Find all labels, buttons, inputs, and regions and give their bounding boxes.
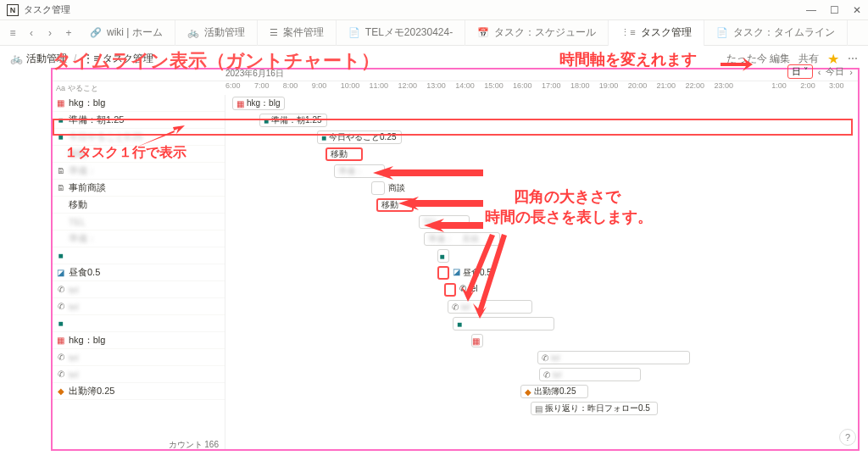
nav-forward[interactable]: › bbox=[41, 24, 59, 42]
gantt-bar[interactable]: ✆tel bbox=[537, 351, 690, 364]
gantt-bar[interactable]: ▦hkg：blg bbox=[232, 97, 285, 110]
task-row[interactable]: 🗎準備： bbox=[51, 163, 225, 180]
hour-tick: 6:00 bbox=[225, 81, 254, 95]
timeline-view: 2023年6月16日 Aa やること 6:007:008:009:0010:00… bbox=[51, 68, 858, 451]
hour-tick: 2:00 bbox=[800, 81, 829, 95]
window-close[interactable]: ✕ bbox=[853, 4, 861, 16]
tab-icon: 📅 bbox=[477, 27, 489, 38]
tab-label: wiki | ホーム bbox=[107, 25, 163, 40]
task-icon: ▦ bbox=[56, 336, 65, 345]
task-icon bbox=[56, 149, 65, 158]
gantt-bar[interactable]: 準備： bbox=[334, 164, 385, 178]
gantt-bar[interactable]: ■ bbox=[437, 249, 449, 263]
task-row[interactable]: 移動 bbox=[51, 146, 225, 163]
share-button[interactable]: 共有 bbox=[798, 52, 819, 66]
hour-tick: 11:00 bbox=[370, 81, 398, 95]
task-row[interactable]: ■今日やること0.25 bbox=[51, 129, 225, 146]
task-label: 事前商談 bbox=[69, 181, 106, 194]
tab-2[interactable]: ☰案件管理 bbox=[258, 20, 337, 46]
tab-icon: 📄 bbox=[348, 27, 360, 38]
axis-unit-select[interactable]: 日 ˅ bbox=[787, 64, 813, 79]
gantt-bar[interactable]: TEL bbox=[419, 215, 470, 229]
gantt-bar[interactable]: ■準備：朝1.25 bbox=[259, 114, 327, 127]
window-minimize[interactable]: — bbox=[806, 4, 816, 16]
gantt-bar[interactable]: ■今日やること0.25 bbox=[317, 131, 402, 144]
task-list: ▦hkg：blg■準備：朝1.25■今日やること0.25移動🗎準備：🗎事前商談移… bbox=[51, 95, 225, 451]
gantt-bar[interactable]: ▤振り返り：昨日フォロー0.5 bbox=[531, 402, 658, 415]
gantt-bar[interactable]: ✆tel bbox=[539, 368, 641, 381]
gantt-bar[interactable] bbox=[437, 266, 449, 280]
gantt-bar[interactable] bbox=[444, 283, 456, 297]
gantt-bar[interactable] bbox=[371, 181, 385, 195]
axis-prev[interactable]: ‹ bbox=[818, 67, 821, 77]
axis-today[interactable]: 今日 bbox=[826, 65, 844, 78]
bar-trailing-label: 商談 bbox=[388, 182, 405, 194]
task-label: TEL bbox=[69, 217, 86, 227]
bar-label: tel bbox=[553, 370, 562, 380]
bike-icon: 🚲 bbox=[10, 53, 23, 64]
tab-icon: ☰ bbox=[270, 27, 278, 38]
gantt-bar[interactable]: ◆出勤簿0.25 bbox=[520, 385, 588, 398]
help-button[interactable]: ? bbox=[839, 429, 856, 446]
more-button[interactable]: ⋯ bbox=[848, 53, 858, 64]
gantt-bar[interactable]: 移動 bbox=[326, 147, 363, 161]
bar-icon: ■ bbox=[457, 319, 462, 329]
tab-label: タスク：タイムライン bbox=[733, 25, 835, 40]
task-row[interactable]: TEL bbox=[51, 214, 225, 230]
task-row[interactable]: 準備： bbox=[51, 230, 225, 247]
gantt-bar[interactable]: ■ bbox=[453, 317, 554, 330]
gantt-bar[interactable]: 移動 bbox=[376, 198, 414, 212]
bar-label: 振り返り：昨日フォロー0.5 bbox=[545, 403, 650, 414]
task-row[interactable]: ■ bbox=[51, 247, 225, 264]
bar-icon: ✆ bbox=[452, 303, 459, 312]
hour-tick: 23:00 bbox=[714, 81, 743, 95]
nav-new-tab[interactable]: + bbox=[59, 24, 78, 42]
gantt-bar[interactable]: 準備： 見積 bbox=[424, 232, 500, 246]
task-label: 準備： bbox=[69, 232, 97, 245]
task-row[interactable]: ◪昼食0.5 bbox=[51, 264, 225, 281]
task-row[interactable]: ■ bbox=[51, 315, 225, 332]
task-row[interactable]: ✆tel bbox=[51, 366, 225, 383]
task-label: 移動 bbox=[69, 198, 87, 211]
task-row[interactable]: ■準備：朝1.25 bbox=[51, 112, 225, 129]
bar-icon: ▦ bbox=[236, 99, 244, 108]
bar-trailing-label: ✆tel bbox=[459, 284, 478, 293]
window-maximize[interactable]: ☐ bbox=[830, 4, 839, 16]
gantt-bar[interactable]: ✆tel bbox=[448, 300, 532, 314]
task-row[interactable]: ✆tel bbox=[51, 281, 225, 298]
hour-tick: 9:00 bbox=[312, 81, 341, 95]
task-row[interactable]: 🗎事前商談 bbox=[51, 180, 225, 197]
app-icon: N bbox=[7, 4, 19, 16]
hour-tick: 20:00 bbox=[628, 81, 657, 95]
task-icon: ■ bbox=[56, 132, 65, 142]
tab-0[interactable]: 🔗wiki | ホーム bbox=[78, 20, 175, 46]
sidebar-toggle[interactable]: ≡ bbox=[3, 24, 22, 42]
task-row[interactable]: 移動 bbox=[51, 197, 225, 214]
bar-label: 準備： bbox=[338, 165, 364, 177]
hour-tick bbox=[743, 81, 771, 95]
tab-5[interactable]: ⋮≡タスク管理 bbox=[609, 20, 704, 46]
gantt-area: ▦hkg：blg■準備：朝1.25■今日やること0.25移動準備：商談移動TEL… bbox=[225, 95, 858, 451]
task-row[interactable]: ▦hkg：blg bbox=[51, 95, 225, 112]
breadcrumb-current[interactable]: ⋮≡ タスク管理 bbox=[83, 52, 153, 66]
axis-next[interactable]: › bbox=[849, 67, 853, 77]
task-icon: ✆ bbox=[56, 302, 65, 311]
hour-tick: 18:00 bbox=[570, 81, 599, 95]
gantt-bar[interactable]: ▦ bbox=[471, 334, 483, 347]
task-row[interactable]: ◆出勤簿0.25 bbox=[51, 383, 225, 400]
tab-bar: ≡ ‹ › + 🔗wiki | ホーム🚲活動管理☰案件管理📄TELメモ20230… bbox=[0, 20, 868, 46]
task-icon: ✆ bbox=[56, 369, 65, 379]
tab-3[interactable]: 📄TELメモ20230424- bbox=[337, 20, 465, 46]
task-label: 今日やること0.25 bbox=[69, 131, 142, 143]
bar-icon: ◆ bbox=[525, 387, 531, 397]
tab-4[interactable]: 📅タスク：スケジュール bbox=[465, 20, 609, 46]
task-row[interactable]: ✆tel bbox=[51, 298, 225, 315]
breadcrumb-root[interactable]: 🚲 活動管理 bbox=[10, 52, 67, 66]
task-icon: ■ bbox=[56, 115, 65, 125]
tab-6[interactable]: 📄タスク：タイムライン bbox=[704, 20, 848, 46]
task-row[interactable]: ✆tel bbox=[51, 349, 225, 366]
task-label: tel bbox=[69, 285, 79, 295]
tab-1[interactable]: 🚲活動管理 bbox=[175, 20, 258, 46]
task-row[interactable]: ▦hkg：blg bbox=[51, 332, 225, 349]
nav-back[interactable]: ‹ bbox=[22, 24, 41, 42]
